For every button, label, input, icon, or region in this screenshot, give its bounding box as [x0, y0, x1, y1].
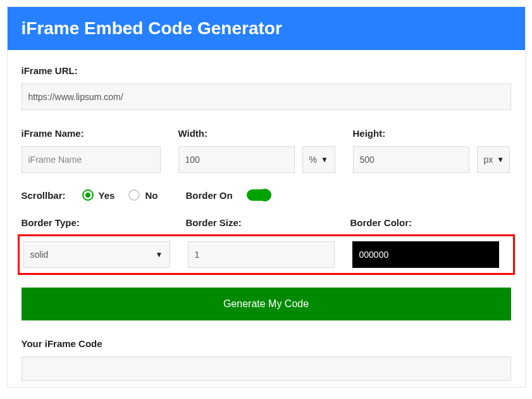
- width-unit-value: %: [309, 155, 317, 165]
- border-color-input[interactable]: [352, 241, 499, 268]
- border-type-select[interactable]: solid ▼: [23, 241, 170, 268]
- iframe-name-label: iFrame Name:: [22, 128, 161, 139]
- border-size-input[interactable]: [188, 241, 335, 268]
- width-label: Width:: [178, 128, 335, 139]
- radio-yes[interactable]: [82, 189, 94, 201]
- height-unit-select[interactable]: px ▼: [477, 146, 510, 173]
- page-title: iFrame Embed Code Generator: [22, 18, 511, 39]
- options-row: Scrollbar: Yes No Border On: [22, 189, 511, 201]
- border-color-label: Border Color:: [350, 217, 497, 228]
- generate-button[interactable]: Generate My Code: [22, 288, 511, 320]
- caret-down-icon: ▼: [497, 155, 504, 164]
- scrollbar-yes-group[interactable]: Yes: [82, 189, 115, 201]
- dimensions-row: iFrame Name: Width: % ▼ Height:: [22, 128, 511, 173]
- scrollbar-no-group[interactable]: No: [128, 189, 158, 201]
- scrollbar-no-label: No: [145, 190, 158, 201]
- height-input[interactable]: [353, 146, 469, 173]
- caret-down-icon: ▼: [156, 250, 163, 259]
- caret-down-icon: ▼: [321, 155, 328, 164]
- radio-no[interactable]: [128, 189, 140, 201]
- scrollbar-yes-label: Yes: [99, 190, 115, 201]
- height-unit-value: px: [484, 155, 493, 165]
- scrollbar-label: Scrollbar:: [22, 190, 66, 201]
- border-on-toggle[interactable]: [247, 189, 271, 201]
- generator-panel: iFrame Embed Code Generator iFrame URL: …: [7, 6, 526, 388]
- border-size-label: Border Size:: [186, 217, 333, 228]
- url-row: iFrame URL:: [22, 65, 511, 110]
- width-input[interactable]: [178, 146, 295, 173]
- width-col: Width: % ▼: [178, 128, 335, 173]
- border-type-label: Border Type:: [22, 217, 168, 228]
- panel-body: iFrame URL: iFrame Name: Width: % ▼ Hei: [8, 50, 525, 387]
- iframe-url-label: iFrame URL:: [22, 65, 511, 76]
- height-col: Height: px ▼: [353, 128, 510, 173]
- panel-header: iFrame Embed Code Generator: [8, 7, 525, 50]
- iframe-url-input[interactable]: [22, 84, 511, 110]
- border-type-value: solid: [30, 250, 49, 260]
- name-col: iFrame Name:: [22, 128, 161, 173]
- border-on-label: Border On: [185, 190, 232, 201]
- border-fields-highlight: solid ▼: [18, 234, 515, 275]
- border-labels-row: Border Type: Border Size: Border Color:: [22, 217, 511, 236]
- width-unit-select[interactable]: % ▼: [302, 146, 335, 173]
- output-textarea[interactable]: [22, 357, 511, 381]
- output-label: Your iFrame Code: [22, 338, 511, 349]
- iframe-name-input[interactable]: [22, 146, 161, 173]
- height-label: Height:: [353, 128, 510, 139]
